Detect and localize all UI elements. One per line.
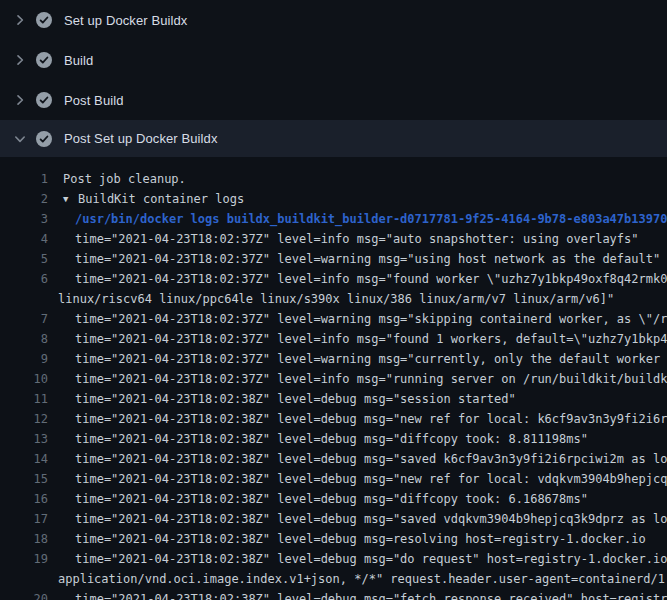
log-line-content: time="2021-04-23T18:02:38Z" level=debug …: [48, 429, 588, 449]
log-line[interactable]: 1 Post job cleanup.: [0, 169, 667, 189]
group-collapse-icon[interactable]: ▼: [63, 189, 78, 209]
log-line-content: time="2021-04-23T18:02:38Z" level=debug …: [48, 549, 667, 569]
log-text: application/vnd.oci.image.index.v1+json,…: [58, 572, 667, 586]
log-text: time="2021-04-23T18:02:38Z" level=debug …: [75, 512, 667, 526]
log-line[interactable]: 16 time="2021-04-23T18:02:38Z" level=deb…: [0, 489, 667, 509]
log-line[interactable]: 3 /usr/bin/docker logs buildx_buildkit_b…: [0, 209, 667, 229]
log-line-content: linux/riscv64 linux/ppc64le linux/s390x …: [48, 289, 614, 309]
log-line-number[interactable]: 6: [0, 269, 48, 289]
check-circle-icon: [36, 131, 52, 147]
log-line[interactable]: 8 time="2021-04-23T18:02:37Z" level=info…: [0, 329, 667, 349]
log-area: 1 Post job cleanup. 2 ▼BuildKit containe…: [0, 157, 667, 600]
log-text: time="2021-04-23T18:02:37Z" level=warnin…: [75, 252, 660, 266]
log-line-content: time="2021-04-23T18:02:38Z" level=debug …: [48, 409, 667, 429]
log-line[interactable]: 11 time="2021-04-23T18:02:38Z" level=deb…: [0, 389, 667, 409]
log-text: time="2021-04-23T18:02:38Z" level=debug …: [75, 472, 667, 486]
log-line-content: time="2021-04-23T18:02:38Z" level=debug …: [48, 489, 588, 509]
log-line[interactable]: 14 time="2021-04-23T18:02:38Z" level=deb…: [0, 449, 667, 469]
step-label: Set up Docker Buildx: [64, 13, 187, 28]
log-line-number[interactable]: 3: [0, 209, 48, 229]
log-line-number[interactable]: 14: [0, 449, 48, 469]
check-circle-icon: [36, 12, 52, 28]
step-label: Post Set up Docker Buildx: [64, 131, 218, 146]
log-line-number[interactable]: 17: [0, 509, 48, 529]
step-list: Set up Docker Buildx Build Post Buil: [0, 0, 667, 157]
log-line-content: time="2021-04-23T18:02:38Z" level=debug …: [48, 469, 667, 489]
log-line-number[interactable]: 11: [0, 389, 48, 409]
step-label: Build: [64, 53, 93, 68]
log-line-number[interactable]: 15: [0, 469, 48, 489]
step-row[interactable]: Set up Docker Buildx: [0, 0, 667, 40]
log-line-number[interactable]: 5: [0, 249, 48, 269]
chevron-right-icon[interactable]: [12, 52, 28, 68]
log-line[interactable]: application/vnd.oci.image.index.v1+json,…: [0, 569, 667, 589]
log-text: BuildKit container logs: [78, 192, 244, 206]
log-text: time="2021-04-23T18:02:37Z" level=info m…: [75, 272, 667, 286]
log-text: time="2021-04-23T18:02:38Z" level=debug …: [75, 532, 646, 546]
log-text: time="2021-04-23T18:02:38Z" level=debug …: [75, 552, 667, 566]
log-line[interactable]: 2 ▼BuildKit container logs: [0, 189, 667, 209]
log-line[interactable]: 18 time="2021-04-23T18:02:38Z" level=deb…: [0, 529, 667, 549]
log-line[interactable]: 20 time="2021-04-23T18:02:38Z" level=deb…: [0, 589, 667, 600]
log-line-number[interactable]: 1: [0, 169, 48, 189]
step-row[interactable]: Post Build: [0, 80, 667, 120]
log-line[interactable]: 4 time="2021-04-23T18:02:37Z" level=info…: [0, 229, 667, 249]
log-line-content: application/vnd.oci.image.index.v1+json,…: [48, 569, 667, 589]
actions-log-viewer: { "colors": { "bg_page": "#0e1218", "bg_…: [0, 0, 667, 600]
log-text: time="2021-04-23T18:02:37Z" level=info m…: [75, 232, 639, 246]
log-text: /usr/bin/docker logs buildx_buildkit_bui…: [75, 212, 667, 226]
log-text: time="2021-04-23T18:02:38Z" level=debug …: [75, 432, 588, 446]
log-line[interactable]: 5 time="2021-04-23T18:02:37Z" level=warn…: [0, 249, 667, 269]
log-line-number[interactable]: 4: [0, 229, 48, 249]
log-line[interactable]: 15 time="2021-04-23T18:02:38Z" level=deb…: [0, 469, 667, 489]
log-line-content: time="2021-04-23T18:02:38Z" level=debug …: [48, 529, 646, 549]
log-line-number[interactable]: 7: [0, 309, 48, 329]
log-line[interactable]: 9 time="2021-04-23T18:02:37Z" level=warn…: [0, 349, 667, 369]
log-line-number[interactable]: 10: [0, 369, 48, 389]
log-line[interactable]: 17 time="2021-04-23T18:02:38Z" level=deb…: [0, 509, 667, 529]
log-line-content: time="2021-04-23T18:02:38Z" level=debug …: [48, 389, 516, 409]
log-line-content: time="2021-04-23T18:02:38Z" level=debug …: [48, 589, 667, 600]
log-text: time="2021-04-23T18:02:38Z" level=debug …: [75, 452, 667, 466]
log-line-number[interactable]: 9: [0, 349, 48, 369]
chevron-right-icon[interactable]: [12, 92, 28, 108]
log-line-number[interactable]: [0, 569, 48, 589]
log-line[interactable]: 12 time="2021-04-23T18:02:38Z" level=deb…: [0, 409, 667, 429]
log-line-content: time="2021-04-23T18:02:37Z" level=warnin…: [48, 349, 667, 369]
step-row[interactable]: Build: [0, 40, 667, 80]
log-line-number[interactable]: 8: [0, 329, 48, 349]
log-line-content: time="2021-04-23T18:02:37Z" level=warnin…: [48, 309, 667, 329]
log-line[interactable]: 6 time="2021-04-23T18:02:37Z" level=info…: [0, 269, 667, 289]
check-circle-icon: [36, 52, 52, 68]
log-line[interactable]: 7 time="2021-04-23T18:02:37Z" level=warn…: [0, 309, 667, 329]
step-label: Post Build: [64, 93, 124, 108]
step-row[interactable]: Post Set up Docker Buildx: [0, 120, 667, 157]
log-line-number[interactable]: 2: [0, 189, 48, 209]
log-line[interactable]: 13 time="2021-04-23T18:02:38Z" level=deb…: [0, 429, 667, 449]
log-line-number[interactable]: 13: [0, 429, 48, 449]
log-line-number[interactable]: 16: [0, 489, 48, 509]
log-text: time="2021-04-23T18:02:38Z" level=debug …: [75, 592, 667, 600]
log-line-number[interactable]: [0, 289, 48, 309]
chevron-right-icon[interactable]: [12, 12, 28, 28]
log-text: linux/riscv64 linux/ppc64le linux/s390x …: [58, 292, 614, 306]
log-line[interactable]: linux/riscv64 linux/ppc64le linux/s390x …: [0, 289, 667, 309]
log-text: time="2021-04-23T18:02:37Z" level=warnin…: [75, 312, 667, 326]
log-line-number[interactable]: 18: [0, 529, 48, 549]
log-text: time="2021-04-23T18:02:37Z" level=info m…: [75, 332, 667, 346]
log-line-number[interactable]: 19: [0, 549, 48, 569]
log-text: time="2021-04-23T18:02:38Z" level=debug …: [75, 412, 667, 426]
log-text: Post job cleanup.: [63, 172, 186, 186]
chevron-down-icon[interactable]: [12, 131, 28, 147]
log-text: time="2021-04-23T18:02:38Z" level=debug …: [75, 392, 516, 406]
log-line-content: time="2021-04-23T18:02:37Z" level=warnin…: [48, 249, 660, 269]
log-line-content: time="2021-04-23T18:02:37Z" level=info m…: [48, 329, 667, 349]
log-line-number[interactable]: 20: [0, 589, 48, 600]
log-line[interactable]: 19 time="2021-04-23T18:02:38Z" level=deb…: [0, 549, 667, 569]
log-line-content: time="2021-04-23T18:02:38Z" level=debug …: [48, 449, 667, 469]
check-circle-icon: [36, 92, 52, 108]
log-line-content: /usr/bin/docker logs buildx_buildkit_bui…: [48, 209, 667, 229]
log-line-content: time="2021-04-23T18:02:37Z" level=info m…: [48, 229, 639, 249]
log-line-number[interactable]: 12: [0, 409, 48, 429]
log-line[interactable]: 10 time="2021-04-23T18:02:37Z" level=inf…: [0, 369, 667, 389]
